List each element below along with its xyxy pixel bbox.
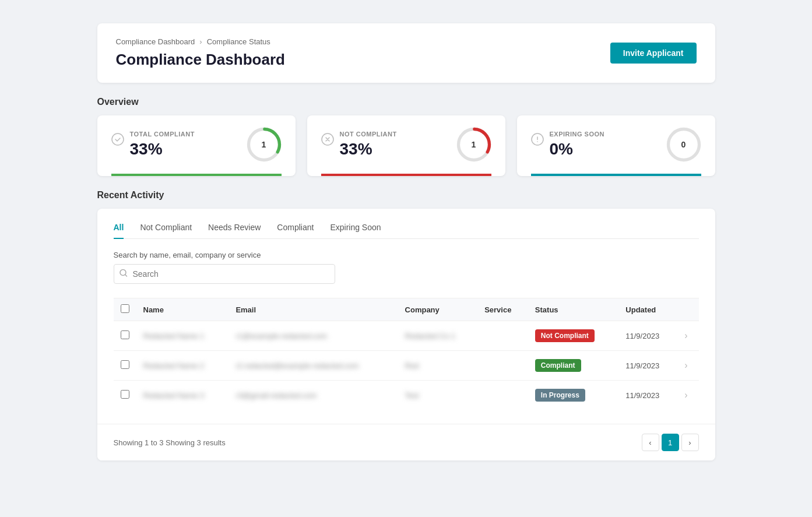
status-badge: Not Compliant <box>535 329 595 342</box>
table-row: Redacted Name 3 r3@gmail-redacted.com Te… <box>114 381 699 410</box>
status-badge: In Progress <box>535 389 585 402</box>
table-row: Redacted Name 2 r2.redacted@example-reda… <box>114 351 699 381</box>
activity-table: Name Email Company Service Status Update… <box>114 298 699 410</box>
row-status: Compliant <box>528 351 618 381</box>
row-checkbox-1[interactable] <box>121 360 129 369</box>
col-name: Name <box>136 298 229 321</box>
status-badge: Compliant <box>535 359 581 372</box>
tab-expiring-soon[interactable]: Expiring Soon <box>330 223 381 239</box>
col-status: Status <box>528 298 618 321</box>
page-title: Compliance Dashboard <box>116 51 285 69</box>
row-name: Redacted Name 2 <box>136 351 229 381</box>
row-service <box>477 351 528 381</box>
row-status: In Progress <box>528 381 618 410</box>
col-company: Company <box>398 298 478 321</box>
search-input[interactable] <box>114 264 335 284</box>
col-action <box>677 298 698 321</box>
pagination-row: Showing 1 to 3 Showing 3 results ‹ 1 › <box>97 424 715 460</box>
breadcrumb: Compliance Dashboard › Compliance Status <box>116 37 285 46</box>
expiring-bar <box>531 174 701 176</box>
row-checkbox-cell <box>114 381 136 410</box>
row-checkbox-cell <box>114 321 136 351</box>
expiring-card-label: EXPIRING SOON <box>550 131 605 138</box>
prev-page-button[interactable]: ‹ <box>642 434 659 451</box>
not-compliant-card-label: NOT COMPLIANT <box>340 131 397 138</box>
overview-card-not-compliant: NOT COMPLIANT 33% 1 <box>307 115 505 176</box>
row-checkbox-2[interactable] <box>121 390 129 399</box>
expiring-donut: 0 <box>666 127 701 162</box>
row-updated: 11/9/2023 <box>618 351 677 381</box>
search-icon <box>119 269 128 279</box>
overview-section: Overview TOTAL COMPLIANT 33% <box>97 97 715 176</box>
compliant-donut: 1 <box>247 127 282 162</box>
row-service <box>477 381 528 410</box>
not-compliant-donut: 1 <box>456 127 491 162</box>
tab-all[interactable]: All <box>114 223 124 239</box>
select-all-checkbox[interactable] <box>121 304 129 313</box>
invite-applicant-button[interactable]: Invite Applicant <box>610 43 697 64</box>
not-compliant-donut-count: 1 <box>472 140 476 149</box>
row-email: r3@gmail-redacted.com <box>229 381 398 410</box>
row-company: Redacted Co 1 <box>398 321 478 351</box>
search-wrap <box>114 264 335 284</box>
row-updated: 11/9/2023 <box>618 381 677 410</box>
col-service: Service <box>477 298 528 321</box>
breadcrumb-separator: › <box>199 37 202 46</box>
row-email: r1@example-redacted.com <box>229 321 398 351</box>
pagination-controls: ‹ 1 › <box>642 434 699 451</box>
tab-needs-review[interactable]: Needs Review <box>208 223 261 239</box>
row-action[interactable]: › <box>677 321 698 351</box>
breadcrumb-current: Compliance Status <box>207 37 270 46</box>
breadcrumb-root: Compliance Dashboard <box>116 37 195 46</box>
activity-card: All Not Compliant Needs Review Compliant… <box>97 209 715 460</box>
pagination-info: Showing 1 to 3 Showing 3 results <box>114 438 226 447</box>
expiring-icon <box>531 133 544 149</box>
svg-point-0 <box>112 133 124 145</box>
row-chevron-icon[interactable]: › <box>684 390 687 400</box>
header-card: Compliance Dashboard › Compliance Status… <box>97 23 715 83</box>
not-compliant-bar <box>321 174 491 176</box>
activity-section: Recent Activity All Not Compliant Needs … <box>97 190 715 460</box>
overview-card-expiring: EXPIRING SOON 0% 0 <box>517 115 715 176</box>
col-email: Email <box>229 298 398 321</box>
compliant-donut-count: 1 <box>262 140 266 149</box>
row-service <box>477 321 528 351</box>
activity-card-inner: All Not Compliant Needs Review Compliant… <box>97 209 715 424</box>
row-company: Test <box>398 381 478 410</box>
tab-compliant[interactable]: Compliant <box>277 223 314 239</box>
row-updated: 11/9/2023 <box>618 321 677 351</box>
activity-tabs: All Not Compliant Needs Review Compliant… <box>114 223 699 239</box>
row-checkbox-0[interactable] <box>121 330 129 339</box>
select-all-header <box>114 298 136 321</box>
row-company: Red <box>398 351 478 381</box>
compliant-icon <box>111 133 124 149</box>
header-left: Compliance Dashboard › Compliance Status… <box>116 37 285 69</box>
row-chevron-icon[interactable]: › <box>684 360 687 370</box>
svg-point-7 <box>537 141 538 142</box>
expiring-donut-count: 0 <box>681 140 686 149</box>
compliant-bar <box>111 174 282 176</box>
tab-not-compliant[interactable]: Not Compliant <box>140 223 192 239</box>
table-row: Redacted Name 1 r1@example-redacted.com … <box>114 321 699 351</box>
not-compliant-icon <box>321 133 334 149</box>
row-status: Not Compliant <box>528 321 618 351</box>
activity-label: Recent Activity <box>97 190 715 201</box>
row-checkbox-cell <box>114 351 136 381</box>
row-email: r2.redacted@example-redacted.com <box>229 351 398 381</box>
row-action[interactable]: › <box>677 381 698 410</box>
row-chevron-icon[interactable]: › <box>684 330 687 340</box>
overview-label: Overview <box>97 97 715 107</box>
overview-card-compliant: TOTAL COMPLIANT 33% 1 <box>97 115 296 176</box>
page-1-button[interactable]: 1 <box>662 434 679 451</box>
overview-cards: TOTAL COMPLIANT 33% 1 <box>97 115 715 176</box>
expiring-card-value: 0% <box>550 140 605 159</box>
row-name: Redacted Name 1 <box>136 321 229 351</box>
not-compliant-card-value: 33% <box>340 140 397 159</box>
row-name: Redacted Name 3 <box>136 381 229 410</box>
col-updated: Updated <box>618 298 677 321</box>
next-page-button[interactable]: › <box>681 434 699 451</box>
row-action[interactable]: › <box>677 351 698 381</box>
search-label: Search by name, email, company or servic… <box>114 251 699 259</box>
compliant-card-value: 33% <box>130 140 195 159</box>
compliant-card-label: TOTAL COMPLIANT <box>130 131 195 138</box>
